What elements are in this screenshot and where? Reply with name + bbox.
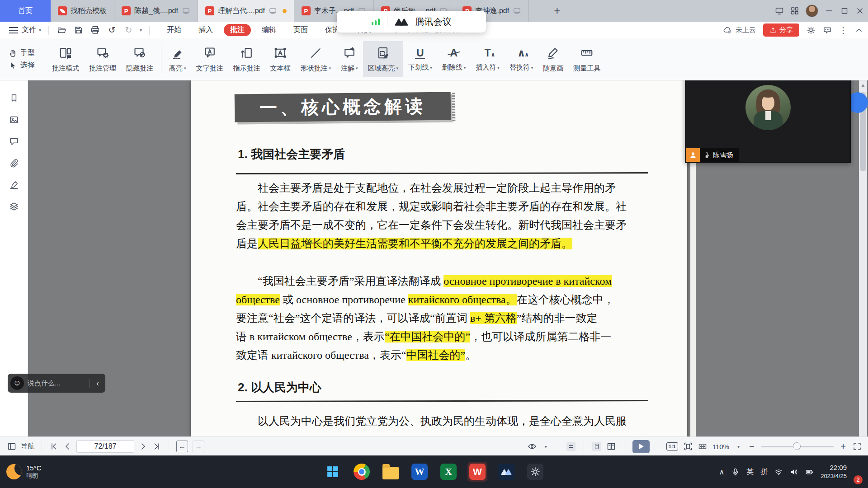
zoom-level[interactable]: 110%: [712, 443, 729, 450]
ribbon-item[interactable]: U下划线▾: [403, 41, 437, 77]
layers-icon[interactable]: [9, 202, 19, 211]
wps-icon[interactable]: W: [467, 462, 487, 482]
close-button[interactable]: [855, 6, 864, 15]
file-explorer-icon[interactable]: [381, 462, 401, 482]
settings-app-icon[interactable]: [525, 462, 545, 482]
ribbon-item[interactable]: ∧∧替换符▾: [505, 41, 538, 77]
start-button[interactable]: [323, 462, 343, 482]
forward-view-button[interactable]: →: [193, 441, 204, 452]
menu-tab[interactable]: 开始: [160, 24, 188, 36]
maximize-button[interactable]: [840, 6, 849, 15]
ribbon-item[interactable]: T∧插入符▾: [471, 41, 505, 77]
notification-badge[interactable]: 2: [854, 475, 863, 484]
feedback-bubble-icon[interactable]: [823, 26, 832, 35]
prev-page-icon[interactable]: [63, 442, 72, 451]
back-view-button[interactable]: ←: [176, 441, 188, 452]
signature-icon[interactable]: [9, 180, 19, 190]
ribbon-item[interactable]: 高亮▾: [164, 41, 191, 77]
navigation-label[interactable]: 导航: [21, 442, 34, 450]
main-menu-icon[interactable]: [9, 27, 18, 33]
attachment-icon[interactable]: [9, 158, 19, 168]
tab-home[interactable]: 首页: [0, 0, 51, 22]
fit-page-icon[interactable]: [684, 442, 693, 451]
clock[interactable]: 22:09 2023/4/25: [821, 463, 847, 480]
image-icon[interactable]: [9, 115, 19, 125]
single-page-icon[interactable]: [592, 442, 601, 451]
undo-icon[interactable]: ↺: [107, 25, 117, 35]
zoom-slider[interactable]: [761, 446, 834, 447]
pdf-page[interactable]: 一、核心概念解读 1. 我国社会主要矛盾 社会主要矛盾是处于支配地位，在社会发展…: [191, 80, 687, 436]
comment-icon[interactable]: [9, 136, 19, 146]
ribbon-item[interactable]: 测量工具: [568, 41, 605, 77]
ime-pinyin-indicator[interactable]: 拼: [760, 467, 768, 477]
minimize-button[interactable]: [825, 6, 834, 15]
two-page-icon[interactable]: [607, 442, 616, 451]
chat-placeholder[interactable]: 说点什么...: [28, 379, 90, 388]
next-page-icon[interactable]: [139, 442, 148, 451]
zoom-in-button[interactable]: +: [839, 441, 847, 452]
cast-icon[interactable]: [775, 6, 784, 15]
cloud-sync-status[interactable]: 未上云: [722, 26, 756, 35]
tool-cursor[interactable]: 选择: [8, 61, 35, 70]
zoom-slider-knob[interactable]: [793, 442, 801, 450]
wifi-icon[interactable]: [774, 468, 783, 476]
new-tab-button[interactable]: +: [548, 0, 566, 22]
play-slideshow-button[interactable]: [632, 440, 650, 453]
hidden-icons-chevron[interactable]: ∧: [719, 468, 724, 476]
ribbon-item[interactable]: 随意画: [538, 41, 568, 77]
menu-tab[interactable]: 批注: [224, 24, 251, 36]
ribbon-item[interactable]: 文本框: [265, 41, 296, 77]
weather-widget[interactable]: 15°C 晴朗: [6, 455, 42, 488]
collapse-ribbon-icon[interactable]: [854, 26, 863, 35]
word-icon[interactable]: W: [410, 462, 429, 482]
meeting-panel[interactable]: 正在讲话: 陈雪扬; 陈雪扬: [685, 80, 851, 163]
user-avatar[interactable]: [806, 5, 818, 17]
menu-tab[interactable]: 页面: [287, 24, 314, 36]
open-file-icon[interactable]: [57, 25, 66, 35]
redo-icon[interactable]: ↻: [124, 25, 133, 35]
ribbon-item[interactable]: A删除线▾: [437, 41, 471, 77]
tencent-meeting-icon[interactable]: [496, 462, 516, 482]
meeting-floating-bar[interactable]: 腾讯会议: [337, 11, 486, 33]
fit-width-icon[interactable]: [698, 442, 707, 451]
eye-protect-icon[interactable]: [528, 442, 537, 451]
meeting-chat-bar[interactable]: ☺ 说点什么... ‹: [8, 374, 105, 393]
menu-tab[interactable]: 编辑: [255, 24, 283, 36]
collapse-chat-icon[interactable]: ‹: [90, 379, 105, 388]
volume-icon[interactable]: [790, 468, 798, 476]
ribbon-item[interactable]: 注解▾: [336, 41, 363, 77]
battery-icon[interactable]: [805, 468, 814, 476]
navigation-panel-icon[interactable]: [7, 442, 16, 451]
apps-grid-icon[interactable]: [790, 6, 799, 15]
save-icon[interactable]: [74, 25, 83, 35]
zoom-out-button[interactable]: −: [748, 441, 756, 452]
print-icon[interactable]: [90, 25, 100, 35]
more-options-icon[interactable]: ⋮: [839, 25, 847, 35]
tab-document[interactable]: P陈越_俄....pdf: [114, 0, 198, 22]
tool-hand[interactable]: 手型: [8, 48, 35, 58]
last-page-icon[interactable]: [152, 442, 161, 451]
chrome-icon[interactable]: [352, 462, 372, 482]
vertical-scrollbar[interactable]: ▲: [859, 80, 867, 436]
first-page-icon[interactable]: [49, 442, 58, 451]
share-button[interactable]: 分享: [763, 23, 799, 37]
excel-icon[interactable]: X: [439, 462, 458, 482]
chevron-down-icon[interactable]: ▾: [140, 28, 142, 33]
ime-english-indicator[interactable]: 英: [746, 467, 754, 477]
settings-gear-icon[interactable]: [807, 26, 816, 35]
ribbon-item[interactable]: 指示批注: [228, 41, 265, 77]
emoji-icon[interactable]: ☺: [10, 376, 24, 390]
bookmark-icon[interactable]: [9, 93, 19, 103]
actual-size-button[interactable]: 1:1: [666, 442, 678, 450]
menu-tab[interactable]: 插入: [192, 24, 219, 36]
microphone-tray-icon[interactable]: [731, 468, 740, 476]
tab-docer[interactable]: 找稻壳模板: [51, 0, 114, 22]
tab-document[interactable]: P理解当代....pdf: [198, 0, 294, 22]
ribbon-item[interactable]: 批注模式: [47, 41, 84, 77]
ribbon-item[interactable]: 隐藏批注: [121, 41, 158, 77]
ribbon-item[interactable]: 区域高亮▾: [363, 41, 404, 77]
spread-view-icon[interactable]: [566, 442, 576, 451]
fullscreen-icon[interactable]: [853, 442, 862, 451]
scroll-up-icon[interactable]: ▲: [859, 82, 867, 88]
file-menu[interactable]: 文件: [22, 25, 36, 35]
